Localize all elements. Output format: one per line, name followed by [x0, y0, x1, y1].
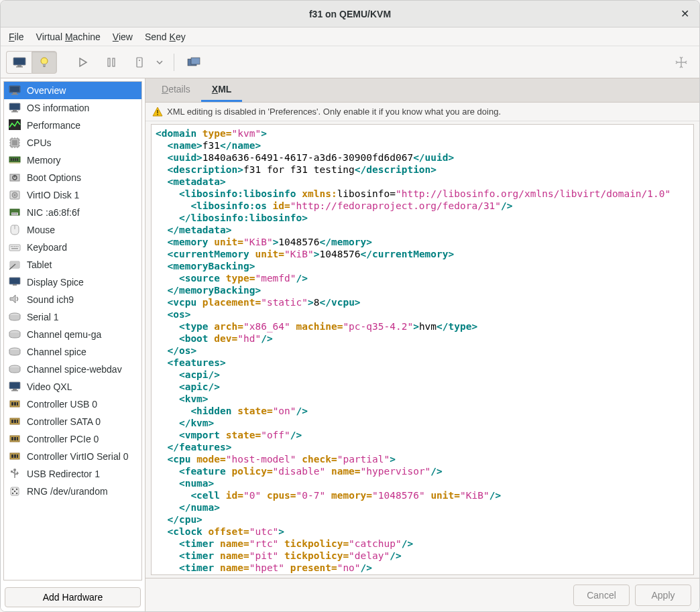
sidebar-item-os-information[interactable]: OS information [4, 99, 141, 117]
sidebar-item-label: Tablet [27, 259, 52, 270]
serial-icon [8, 363, 21, 376]
sidebar-item-cpus[interactable]: CPUs [4, 134, 141, 151]
sidebar-item-display-spice[interactable]: Display Spice [4, 273, 141, 291]
tab-details[interactable]: Details [151, 78, 201, 102]
sidebar-item-label: Performance [27, 120, 80, 131]
sidebar-item-label: Display Spice [27, 277, 84, 288]
sidebar-item-performance[interactable]: Performance [4, 117, 141, 134]
shutdown-menu-button[interactable] [152, 51, 167, 74]
svg-rect-42 [9, 162, 20, 164]
sidebar-item-channel-spice[interactable]: Channel spice [4, 343, 141, 361]
svg-rect-83 [11, 420, 13, 423]
svg-point-4 [41, 58, 48, 64]
close-icon[interactable]: ✕ [678, 7, 691, 21]
chevron-down-icon [156, 60, 163, 64]
monitor-icon [8, 101, 21, 115]
svg-rect-15 [10, 86, 19, 92]
sidebar-item-channel-spice-webdav[interactable]: Channel spice-webdav [4, 361, 141, 378]
run-button[interactable] [70, 51, 96, 74]
pause-icon [107, 58, 116, 67]
svg-rect-9 [113, 58, 115, 66]
svg-rect-2 [17, 65, 21, 66]
tab-xml[interactable]: XML [201, 78, 243, 102]
sidebar-item-boot-options[interactable]: Boot Options [4, 169, 141, 186]
details-view-button[interactable] [32, 51, 57, 74]
sidebar-item-controller-virtio-serial-0[interactable]: Controller VirtIO Serial 0 [4, 448, 141, 465]
svg-point-104 [12, 493, 13, 494]
sidebar-item-channel-qemu-ga[interactable]: Channel qemu-ga [4, 326, 141, 343]
sidebar-item-label: Channel spice-webdav [27, 364, 122, 375]
pause-button[interactable] [99, 51, 124, 74]
warning-icon [152, 107, 163, 117]
display-icon [8, 276, 21, 289]
sidebar-item-rng-dev-urandom[interactable]: RNG /dev/urandom [4, 483, 141, 500]
svg-point-11 [139, 60, 140, 61]
sidebar-item-label: Controller USB 0 [27, 399, 97, 410]
menu-sendkey[interactable]: Send Key [145, 32, 186, 42]
sidebar-item-video-qxl[interactable]: Video QXL [4, 378, 141, 395]
svg-rect-88 [14, 437, 16, 440]
chart-icon [8, 119, 21, 132]
add-hardware-button[interactable]: Add Hardware [5, 587, 141, 607]
play-icon [78, 58, 88, 67]
sidebar-item-label: Boot Options [27, 172, 81, 183]
svg-rect-61 [17, 246, 19, 247]
snapshots-button[interactable] [181, 51, 207, 74]
svg-rect-76 [13, 389, 17, 390]
svg-rect-79 [11, 402, 13, 406]
svg-point-101 [12, 489, 13, 490]
svg-rect-19 [10, 104, 19, 109]
svg-rect-21 [11, 111, 18, 113]
sidebar-item-memory[interactable]: Memory [4, 151, 141, 169]
svg-marker-69 [10, 295, 15, 303]
controller-icon [8, 415, 21, 428]
sidebar-item-nic-a6-8f-6f[interactable]: NIC :a6:8f:6f [4, 204, 141, 221]
svg-rect-75 [10, 383, 19, 388]
menu-file[interactable]: File [9, 32, 24, 42]
svg-point-105 [16, 493, 17, 494]
sidebar-item-virtio-disk-1[interactable]: VirtIO Disk 1 [4, 186, 141, 204]
titlebar: f31 on QEMU/KVM ✕ [1, 1, 699, 27]
svg-rect-41 [17, 158, 18, 161]
svg-marker-99 [17, 471, 19, 475]
sidebar-item-tablet[interactable]: Tablet [4, 256, 141, 273]
svg-rect-39 [13, 158, 14, 161]
menu-vm[interactable]: Virtual Machine [36, 32, 101, 42]
toolbar [1, 46, 699, 78]
svg-rect-107 [157, 110, 158, 113]
svg-rect-93 [17, 454, 18, 458]
sidebar-item-mouse[interactable]: Mouse [4, 221, 141, 239]
controller-icon [8, 397, 21, 411]
sidebar-item-label: Channel spice [27, 347, 86, 357]
sidebar-item-controller-sata-0[interactable]: Controller SATA 0 [4, 413, 141, 430]
svg-rect-91 [11, 454, 13, 458]
sidebar-item-controller-pcie-0[interactable]: Controller PCIe 0 [4, 430, 141, 448]
monitor-icon [8, 84, 21, 97]
sidebar-item-overview[interactable]: Overview [4, 82, 141, 99]
svg-point-103 [14, 491, 15, 492]
svg-rect-58 [13, 246, 14, 247]
svg-rect-108 [157, 114, 158, 115]
menubar: File Virtual Machine View Send Key [1, 27, 699, 46]
rng-icon [8, 485, 21, 498]
sidebar-item-keyboard[interactable]: Keyboard [4, 239, 141, 256]
warning-bar: XML editing is disabled in 'Preferences'… [145, 103, 699, 121]
cancel-button[interactable]: Cancel [573, 585, 630, 606]
sidebar-item-controller-usb-0[interactable]: Controller USB 0 [4, 395, 141, 413]
sidebar-item-sound-ich9[interactable]: Sound ich9 [4, 291, 141, 308]
console-view-button[interactable] [6, 51, 32, 74]
controller-icon [8, 432, 21, 446]
fullscreen-button[interactable] [668, 51, 694, 74]
sidebar: OverviewOS informationPerformanceCPUsMem… [1, 78, 145, 611]
sidebar-item-serial-1[interactable]: Serial 1 [4, 308, 141, 326]
sidebar-item-label: USB Redirector 1 [27, 469, 100, 479]
apply-button[interactable]: Apply [635, 585, 691, 606]
sidebar-item-label: Overview [27, 85, 66, 96]
menu-view[interactable]: View [113, 32, 133, 42]
svg-rect-60 [16, 246, 17, 247]
sidebar-item-label: OS information [27, 103, 89, 113]
hardware-list[interactable]: OverviewOS informationPerformanceCPUsMem… [3, 81, 142, 580]
shutdown-button[interactable] [127, 51, 152, 74]
sidebar-item-usb-redirector-1[interactable]: USB Redirector 1 [4, 465, 141, 483]
svg-rect-40 [15, 158, 16, 161]
